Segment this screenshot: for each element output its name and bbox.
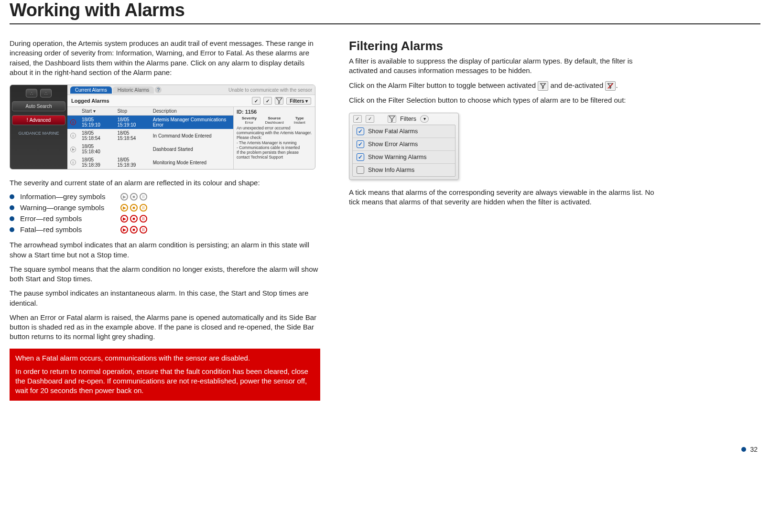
play-icon: ▶ [120,215,128,223]
alarm-detail-panel: ID: 1156 SeverityError SourceDashboard T… [234,107,315,169]
para-arrowhead: The arrowhead symbol indicates that an a… [10,240,320,260]
alarms-pane-screenshot: ∴ ∴ Auto Search !Advanced GUIDANCE MARIN… [10,85,315,170]
pause-icon: II [70,133,76,138]
filter-icon[interactable] [388,115,396,123]
warning-line1: When a Fatal alarm occurs, communication… [15,353,315,363]
tab-historic-alarms[interactable]: Historic Alarms [113,86,154,94]
intro-paragraph: During operation, the Artemis system pro… [10,39,320,77]
checkbox-checked-icon [357,153,364,161]
page-title: Working with Alarms [10,0,760,21]
col-description[interactable]: Description [150,107,233,116]
table-row[interactable]: II 18/05 15:19:10 18/05 15:19:10 Artemis… [67,116,233,129]
chevron-down-icon: ▾ [305,98,308,104]
stop-icon: ■ [130,204,138,212]
play-icon: ▶ [120,193,128,201]
bullet-icon [10,216,14,221]
filter-option[interactable]: Show Error Alarms [353,138,455,151]
severity-list: Information—grey symbols ▶ ■ II Warning—… [10,192,320,234]
para-square: The square symbol means that the alarm c… [10,265,320,284]
status-text: Unable to communicate with the sensor [228,87,312,93]
para-error-open: When an Error or Fatal alarm is raised, … [10,313,320,342]
play-icon: ▶ [120,226,128,234]
table-row[interactable]: II 18/05 15:18:39 18/05 15:18:39 Monitor… [67,156,233,169]
para-pause: The pause symbol indicates an instantane… [10,288,320,308]
stop-icon: ■ [130,215,138,223]
help-icon[interactable]: ? [155,86,162,93]
warning-line2: In order to return to normal operation, … [15,367,315,396]
filter-icon[interactable] [275,97,283,105]
sidebar-dot-icon: ∴ [40,89,52,97]
check-icon[interactable]: ✓ [263,97,272,105]
col-stop[interactable]: Stop [114,107,150,116]
filtering-p2: Click on the Alarm Filter button to togg… [349,81,660,91]
pause-icon: II [70,160,76,165]
bullet-icon [741,447,746,452]
left-column: During operation, the Artemis system pro… [10,39,320,401]
play-icon: ▶ [120,204,128,212]
filter-dropdown: ✓ ✓ Filters ▾ Show Fatal Alarms Show Err… [349,113,459,180]
mock-sidebar: ∴ ∴ Auto Search !Advanced GUIDANCE MARIN… [10,85,67,169]
pause-icon: II [70,119,76,125]
severity-intro: The severity and current state of an ala… [10,178,320,188]
filtering-heading: Filtering Alarms [349,39,660,53]
list-item: Error—red symbols ▶ ■ II [10,214,320,223]
col-start[interactable]: Start ▾ [79,107,114,116]
checkbox-checked-icon [357,128,364,135]
sidebar-dot-icon: ∴ [26,89,37,97]
detail-body: An unexpected error occurred communicati… [237,126,312,160]
bullet-icon [10,194,14,199]
list-item: Information—grey symbols ▶ ■ II [10,192,320,201]
play-icon: ▶ [70,147,76,152]
stop-icon: ■ [130,226,138,234]
stop-icon: ■ [130,193,138,201]
alarm-table: Start ▾ Stop Description II 18/05 15:19:… [67,107,233,169]
advanced-button[interactable]: !Advanced [12,115,65,125]
list-item: Fatal—red symbols ▶ ■ II [10,225,320,234]
pause-icon: II [140,204,147,212]
filter-option[interactable]: Show Info Alarms [353,164,455,176]
table-row[interactable]: II 18/05 15:18:54 18/05 15:18:54 In Comm… [67,129,233,142]
check-icon[interactable]: ✓ [252,97,260,105]
detail-id: ID: 1156 [237,109,312,115]
pause-icon: II [140,193,147,201]
page-number: 32 [741,446,758,453]
check-icon[interactable]: ✓ [366,115,374,123]
filtering-p3: Click on the Filter Selection button to … [349,96,660,105]
table-row[interactable]: ▶ 18/05 15:18:40 Dashboard Started [67,142,233,156]
filters-button[interactable]: Filters ▾ [286,97,311,105]
right-column: Filtering Alarms A filter is available t… [349,39,660,401]
filter-inactive-icon [605,81,616,91]
bullet-icon [10,205,14,210]
guidance-logo: GUIDANCE MARINE [12,131,65,136]
filtering-p1: A filter is available to suppress the di… [349,56,660,76]
pause-icon: II [140,215,147,223]
filter-option[interactable]: Show Warning Alarms [353,151,455,164]
checkbox-unchecked-icon [357,166,364,174]
filters-label: Filters [400,116,416,122]
auto-search-button[interactable]: Auto Search [12,101,65,111]
tick-explanation: A tick means that alarms of the correspo… [349,188,660,207]
list-item: Warning—orange symbols ▶ ■ II [10,203,320,212]
filter-option[interactable]: Show Fatal Alarms [353,125,455,138]
chevron-down-icon[interactable]: ▾ [420,115,429,123]
bullet-icon [10,227,14,232]
filter-active-icon [538,81,548,91]
check-icon[interactable]: ✓ [353,115,362,123]
title-rule [10,23,760,24]
pause-icon: II [140,226,147,234]
logged-alarms-label: Logged Alarms [71,98,109,104]
tab-current-alarms[interactable]: Current Alarms [70,86,112,94]
checkbox-checked-icon [357,140,364,148]
fatal-warning-box: When a Fatal alarm occurs, communication… [10,349,320,401]
